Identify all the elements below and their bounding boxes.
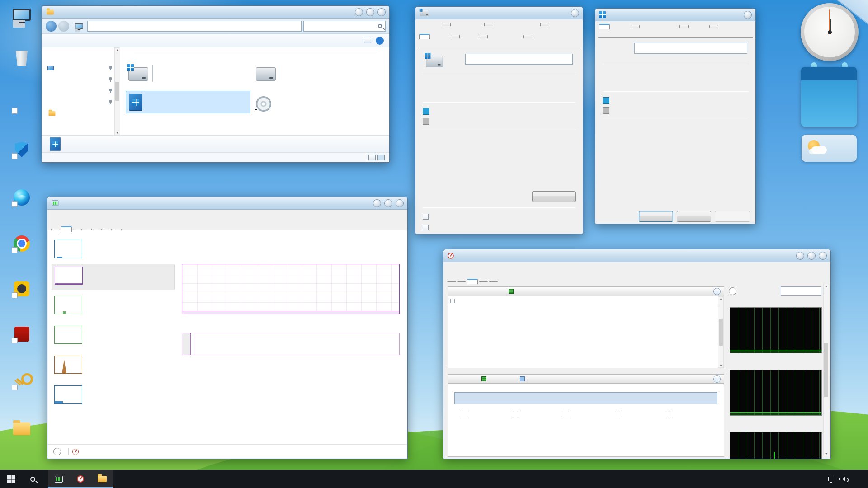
perf-item-disk1[interactable] <box>52 324 175 350</box>
perf-item-memory-selected[interactable] <box>52 264 175 290</box>
drive-tile-d[interactable] <box>256 66 375 83</box>
perf-item-cpu[interactable] <box>52 238 175 264</box>
desktop-icon-potplayer[interactable] <box>3 279 41 300</box>
search-input[interactable] <box>303 21 386 32</box>
tab-hardware[interactable] <box>631 25 640 28</box>
perf-item-ethernet[interactable] <box>52 353 175 380</box>
select-all-checkbox[interactable] <box>450 299 455 303</box>
taskbar-app-explorer[interactable] <box>91 470 113 488</box>
sidebar-item-documents[interactable] <box>42 85 114 96</box>
dialog-titlebar[interactable] <box>595 9 755 21</box>
dialog-titlebar[interactable] <box>415 7 583 19</box>
close-button[interactable] <box>744 11 752 19</box>
tab-customize[interactable] <box>709 25 718 28</box>
back-button[interactable] <box>46 21 57 32</box>
tab-performance[interactable] <box>61 226 72 232</box>
tab-general[interactable] <box>419 34 430 39</box>
tab-memory[interactable] <box>467 279 478 284</box>
taskbar-app-task-manager[interactable] <box>48 470 70 488</box>
compress-checkbox-row[interactable] <box>423 214 432 220</box>
desktop-icon-windows-security[interactable] <box>3 140 41 161</box>
minimize-button[interactable] <box>373 199 381 207</box>
index-checkbox-row[interactable] <box>423 225 575 230</box>
search-icon[interactable] <box>378 24 382 28</box>
forward-button[interactable] <box>58 21 69 32</box>
view-dropdown[interactable] <box>781 286 821 296</box>
desktop-icon-this-pc[interactable] <box>3 5 41 26</box>
taskbar-search-button[interactable] <box>22 470 43 488</box>
tab-sharing[interactable] <box>523 35 532 38</box>
weather-gadget[interactable] <box>802 135 857 162</box>
desktop-icon-patches-fix[interactable] <box>3 418 41 439</box>
resmon-titlebar[interactable] <box>443 249 830 262</box>
close-button[interactable] <box>819 252 827 260</box>
tab-previous-versions[interactable] <box>484 23 493 26</box>
processes-section-header[interactable] <box>448 286 724 296</box>
disk-cleanup-button[interactable] <box>532 191 576 202</box>
drive-tile-e-selected[interactable] <box>126 91 250 113</box>
desktop-icon-adobe-reader[interactable] <box>3 324 41 345</box>
tab-hardware[interactable] <box>479 35 488 38</box>
change-view-icon[interactable] <box>364 38 371 43</box>
perf-item-disk0[interactable] <box>52 294 175 320</box>
sidebar-item-desktop[interactable] <box>42 62 114 74</box>
start-button[interactable] <box>0 470 22 488</box>
maximize-button[interactable] <box>384 199 392 207</box>
sidebar-scrollbar[interactable]: ▲▼ <box>114 47 120 135</box>
tab-sharing[interactable] <box>679 25 689 28</box>
taskmgr-titlebar[interactable] <box>47 197 407 210</box>
close-button[interactable] <box>377 8 386 16</box>
drive-tile-f[interactable] <box>256 95 375 112</box>
minimize-button[interactable] <box>796 252 804 260</box>
cancel-button[interactable] <box>677 211 711 222</box>
sidebar-item-pictures[interactable] <box>42 96 114 108</box>
scroll-down-icon[interactable]: ▼ <box>116 131 119 134</box>
physical-memory-section-header[interactable] <box>448 374 724 384</box>
collapse-graph-panel-icon[interactable] <box>729 287 736 295</box>
collapse-section-icon[interactable] <box>713 288 721 295</box>
fewer-details-icon[interactable] <box>53 448 61 455</box>
volume-label-input[interactable] <box>465 54 573 65</box>
table-scrollbar[interactable]: ▲▼ <box>718 296 724 368</box>
memory-composition-bar[interactable] <box>182 333 400 355</box>
tab-security[interactable] <box>442 23 451 26</box>
drive-tile-c[interactable] <box>128 66 248 83</box>
desktop-icon-settings[interactable] <box>3 95 41 116</box>
sidebar-item-quick-access[interactable] <box>42 51 114 62</box>
taskbar-app-resource-monitor[interactable] <box>70 470 91 488</box>
calendar-gadget[interactable] <box>801 67 857 127</box>
close-button[interactable] <box>396 199 404 207</box>
group-header-devices[interactable] <box>127 52 377 52</box>
tab-tools[interactable] <box>451 35 460 38</box>
network-tray-icon[interactable] <box>828 477 834 481</box>
checkbox-unchecked[interactable] <box>423 214 429 220</box>
window-scrollbar[interactable]: ▲▼ <box>823 284 829 456</box>
maximize-button[interactable] <box>366 8 374 16</box>
desktop-icon-chrome[interactable] <box>3 234 41 255</box>
sidebar-item-downloads[interactable] <box>42 74 114 85</box>
checkbox-checked[interactable] <box>423 225 429 230</box>
volume-label-input[interactable] <box>634 43 747 54</box>
thumbnail-view-icon[interactable] <box>377 155 385 160</box>
sidebar-item-win10-folder[interactable] <box>42 108 114 119</box>
maximize-button[interactable] <box>807 252 816 260</box>
desktop-icon-edge[interactable] <box>3 188 41 209</box>
collapse-section-icon[interactable] <box>713 375 721 383</box>
help-icon[interactable] <box>376 37 384 45</box>
close-button[interactable] <box>571 9 579 17</box>
perf-item-gpu[interactable] <box>52 383 175 409</box>
table-header-row[interactable] <box>448 296 724 305</box>
apply-button-disabled[interactable] <box>715 211 750 222</box>
scroll-up-icon[interactable]: ▲ <box>116 48 119 52</box>
list-view-icon[interactable] <box>368 155 376 160</box>
ok-button[interactable] <box>639 211 673 222</box>
tab-quota[interactable] <box>540 23 549 26</box>
scrollbar-thumb[interactable] <box>115 82 119 101</box>
tab-general[interactable] <box>599 24 610 29</box>
volume-tray-icon[interactable] <box>840 477 845 481</box>
desktop-icon-recycle-bin[interactable] <box>3 49 41 70</box>
desktop-icon-activators[interactable] <box>3 371 41 392</box>
address-bar[interactable] <box>87 21 302 32</box>
explorer-titlebar[interactable] <box>42 6 389 19</box>
analog-clock-gadget[interactable] <box>801 3 859 61</box>
